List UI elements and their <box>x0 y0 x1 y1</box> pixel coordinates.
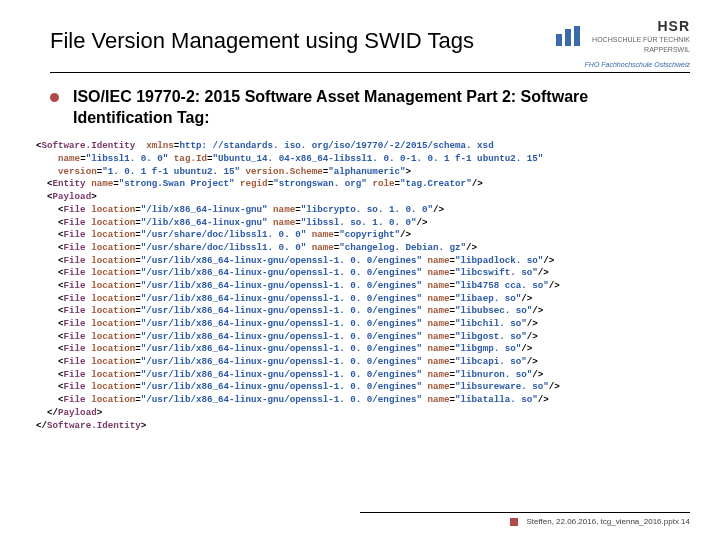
logo-bars-icon <box>556 26 584 46</box>
logo-text: HSR <box>592 18 690 34</box>
logo-subtitle-2: RAPPERSWIL <box>592 46 690 54</box>
footer-square-icon <box>510 518 518 526</box>
bullet-text: ISO/IEC 19770-2: 2015 Software Asset Man… <box>73 87 680 129</box>
bullet-dot-icon <box>50 93 59 102</box>
logo-subtitle-3: FHO Fachhochschule Ostschweiz <box>556 61 690 68</box>
page-title: File Version Management using SWID Tags <box>50 18 474 54</box>
slide-footer: Steffen, 22.06.2016, tcg_vienna_2016.ppt… <box>360 512 690 526</box>
org-logo: HSR HOCHSCHULE FÜR TECHNIK RAPPERSWIL FH… <box>556 18 690 68</box>
footer-text: Steffen, 22.06.2016, tcg_vienna_2016.ppt… <box>526 517 690 526</box>
logo-subtitle-1: HOCHSCHULE FÜR TECHNIK <box>592 36 690 44</box>
xml-code-block: <Software.Identity xmlns=http: //standar… <box>0 128 720 432</box>
